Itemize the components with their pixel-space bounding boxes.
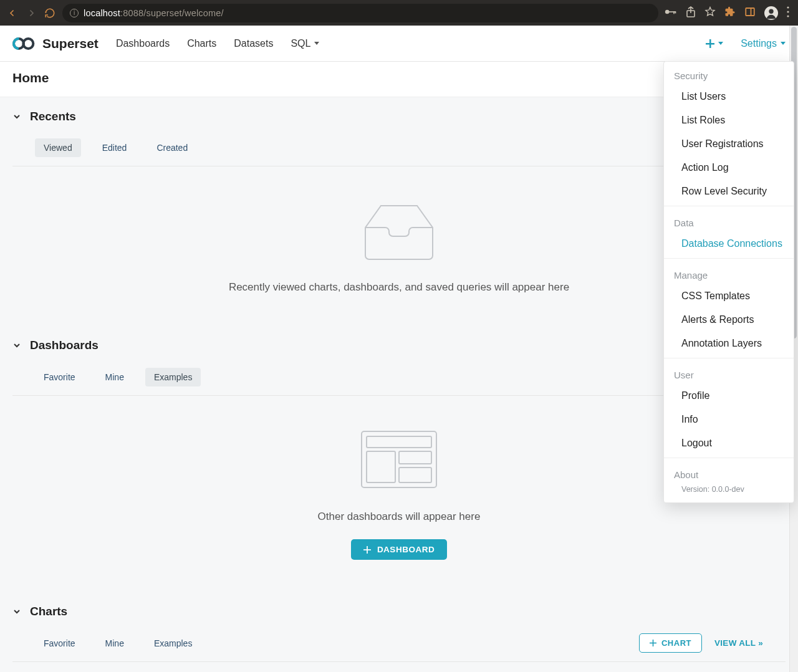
dd-item-list-roles[interactable]: List Roles	[664, 108, 794, 132]
svg-rect-2	[673, 11, 675, 14]
dd-group-user: User	[664, 361, 794, 384]
svg-rect-20	[367, 436, 431, 448]
dd-item-row-level-security[interactable]: Row Level Security	[664, 180, 794, 203]
dd-item-user-registrations[interactable]: User Registrations	[664, 132, 794, 156]
logo-icon	[12, 37, 37, 50]
nav-charts[interactable]: Charts	[187, 38, 216, 49]
profile-avatar-icon[interactable]	[764, 6, 778, 20]
divider	[664, 458, 794, 458]
dd-group-data: Data	[664, 209, 794, 232]
dd-group-manage: Manage	[664, 261, 794, 284]
dd-group-about: About	[664, 461, 794, 484]
chevron-down-icon	[314, 42, 319, 45]
dd-item-alerts-reports[interactable]: Alerts & Reports	[664, 308, 794, 332]
dd-item-info[interactable]: Info	[664, 408, 794, 431]
new-chart-button[interactable]: CHART	[639, 633, 702, 653]
dashboards-tab-favorite[interactable]: Favorite	[35, 368, 84, 386]
recents-tab-created[interactable]: Created	[148, 138, 196, 157]
charts-tab-mine[interactable]: Mine	[97, 634, 133, 653]
settings-dropdown-button[interactable]: Settings	[741, 38, 786, 49]
plus-icon	[363, 546, 371, 554]
plus-icon	[650, 640, 656, 646]
create-dashboard-button[interactable]: DASHBOARD	[351, 539, 447, 560]
inbox-icon	[359, 196, 439, 265]
dashboards-tab-examples[interactable]: Examples	[145, 368, 201, 386]
chevron-down-icon[interactable]	[12, 112, 21, 121]
share-icon[interactable]	[686, 6, 696, 19]
dashboard-placeholder-icon	[359, 426, 439, 494]
panel-icon[interactable]	[744, 6, 756, 19]
dd-item-css-templates[interactable]: CSS Templates	[664, 284, 794, 308]
add-new-button[interactable]	[706, 39, 723, 48]
dashboards-empty-text: Other dashboards will appear here	[318, 511, 481, 523]
svg-rect-16	[706, 43, 714, 45]
svg-point-0	[665, 10, 670, 14]
dd-item-action-log[interactable]: Action Log	[664, 156, 794, 180]
svg-point-9	[787, 6, 789, 8]
bookmark-star-icon[interactable]	[704, 6, 716, 19]
settings-dropdown: Security List Users List Roles User Regi…	[663, 61, 794, 503]
charts-tab-examples[interactable]: Examples	[145, 634, 201, 653]
extensions-icon[interactable]	[724, 6, 736, 19]
charts-view-all-link[interactable]: VIEW ALL »	[714, 638, 763, 648]
charts-empty-state	[0, 662, 798, 672]
dd-item-logout[interactable]: Logout	[664, 431, 794, 455]
url-text: localhost:8088/superset/welcome/	[84, 8, 224, 18]
svg-rect-27	[650, 643, 656, 644]
dd-version: Version: 0.0.0-dev	[664, 484, 794, 500]
browser-menu-icon[interactable]	[787, 6, 789, 19]
chevron-down-icon	[718, 42, 723, 45]
svg-point-11	[787, 15, 789, 17]
dashboards-tab-mine[interactable]: Mine	[97, 368, 133, 386]
divider	[664, 358, 794, 358]
nav-sql[interactable]: SQL	[291, 38, 319, 49]
svg-rect-3	[675, 11, 676, 13]
svg-rect-21	[367, 451, 395, 482]
svg-rect-22	[399, 451, 431, 464]
dd-item-profile[interactable]: Profile	[664, 384, 794, 408]
url-bar[interactable]: i localhost:8088/superset/welcome/	[62, 4, 658, 22]
divider	[664, 258, 794, 259]
dd-item-list-users[interactable]: List Users	[664, 85, 794, 108]
svg-rect-23	[399, 468, 431, 482]
plus-icon	[706, 39, 714, 48]
site-info-icon[interactable]: i	[70, 9, 79, 17]
section-charts-title: Charts	[30, 605, 67, 618]
dd-group-security: Security	[664, 62, 794, 85]
dd-item-annotation-layers[interactable]: Annotation Layers	[664, 332, 794, 355]
brand[interactable]: Superset	[12, 36, 99, 51]
chevron-down-icon[interactable]	[12, 607, 21, 616]
section-recents-title: Recents	[30, 110, 76, 123]
recents-tab-viewed[interactable]: Viewed	[35, 138, 81, 157]
dd-item-database-connections[interactable]: Database Connections	[664, 232, 794, 256]
browser-chrome: i localhost:8088/superset/welcome/	[0, 0, 798, 26]
back-button[interactable]	[6, 7, 19, 19]
svg-point-8	[769, 9, 773, 13]
svg-rect-5	[746, 8, 754, 16]
chevron-down-icon	[781, 42, 786, 45]
app-topbar: Superset Dashboards Charts Datasets SQL …	[0, 26, 798, 62]
charts-tab-favorite[interactable]: Favorite	[35, 634, 84, 653]
reload-button[interactable]	[44, 7, 56, 19]
nav-datasets[interactable]: Datasets	[234, 38, 273, 49]
divider	[664, 206, 794, 206]
svg-point-10	[787, 11, 789, 12]
chevron-down-icon[interactable]	[12, 341, 21, 350]
recents-tab-edited[interactable]: Edited	[94, 138, 136, 157]
password-key-icon[interactable]	[665, 7, 677, 18]
recents-empty-text: Recently viewed charts, dashboards, and …	[229, 281, 569, 294]
section-dashboards-title: Dashboards	[30, 338, 99, 352]
svg-rect-1	[669, 11, 676, 12]
brand-name: Superset	[42, 36, 99, 51]
nav-dashboards[interactable]: Dashboards	[116, 38, 170, 49]
forward-button[interactable]	[25, 7, 37, 19]
svg-rect-25	[363, 549, 371, 550]
